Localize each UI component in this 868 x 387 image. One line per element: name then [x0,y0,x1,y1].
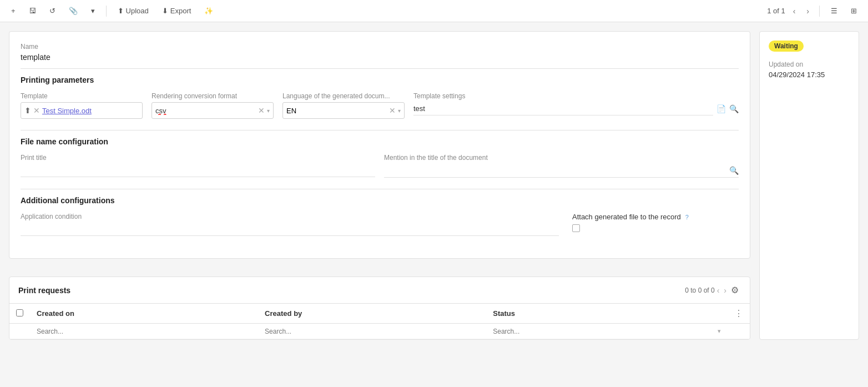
additional-config-section: Additional configurations Application co… [21,196,739,236]
print-title-label: Print title [21,154,375,162]
detail-view-button[interactable]: ⊞ [846,4,861,17]
th-created-on: Created on [30,304,258,324]
settings-search-icon[interactable]: 🔍 [729,104,739,113]
search-created-by-input[interactable] [265,328,480,335]
name-label: Name [21,43,739,51]
search-status-input[interactable] [493,328,715,335]
td-search-check [9,324,30,339]
add-icon: + [11,7,16,15]
pr-settings-button[interactable]: ⚙ [729,284,741,296]
template-settings-input[interactable] [413,102,713,115]
pagination-info: 1 of 1 [767,7,785,15]
export-icon: ⬇ [162,7,168,15]
attach-field: Attach generated file to the record ? [572,213,739,234]
render-format-input-wrap: ✕ ▾ [152,102,274,119]
search-created-on-input[interactable] [37,328,251,335]
mention-label: Mention in the title of the document [384,154,739,162]
settings-file-icon[interactable]: 📄 [716,104,726,113]
template-clear-icon[interactable]: ✕ [33,107,40,114]
column-options-button[interactable]: ⋮ [734,308,743,319]
upload-button[interactable]: ⬆ Upload [113,4,153,17]
pr-prev-button[interactable]: ‹ [715,285,722,296]
status-dropdown-icon[interactable]: ▾ [718,328,721,335]
attach-row: Attach generated file to the record ? [572,213,739,221]
print-title-input[interactable] [21,164,375,177]
name-value: template [21,53,739,62]
form-panel: Name template Printing parameters Templa… [9,31,750,259]
toolbar-separator [106,6,107,17]
divider-2 [21,130,739,130]
list-icon: ☰ [831,7,837,15]
refresh-icon: ↺ [49,7,55,15]
language-field: Language of the generated docum... ✕ ▾ [282,92,405,119]
export-button[interactable]: ⬇ Export [158,4,196,17]
more-button[interactable]: ▾ [87,4,99,17]
add-button[interactable]: + [7,4,20,17]
th-status: Status [486,304,728,324]
chevron-down-icon: ▾ [91,7,95,15]
right-panel: Waiting Updated on 04/29/2024 17:35 [759,31,859,340]
prev-record-button[interactable]: ‹ [790,6,799,17]
updated-label: Updated on [769,61,850,68]
printing-params-title: Printing parameters [21,76,739,84]
file-name-inputs: Print title Mention in the title of the … [21,154,739,178]
print-requests-section: Print requests 0 to 0 of 0 ‹ › ⚙ Created… [9,277,750,340]
attach-label: Attach generated file to the record [572,213,681,221]
status-badge: Waiting [769,41,804,52]
file-name-config-section: File name configuration Print title Ment… [21,137,739,178]
status-search-wrap: ▾ [493,328,721,335]
save-button[interactable]: 🖫 [24,4,41,17]
pr-next-button[interactable]: › [721,285,729,296]
td-search-options [728,324,750,339]
mention-search-icon[interactable]: 🔍 [729,166,739,175]
template-upload-icon[interactable]: ⬆ [24,106,31,115]
language-input-wrap: ✕ ▾ [282,102,405,119]
language-input[interactable] [286,107,387,115]
file-name-config-title: File name configuration [21,137,739,146]
template-settings-field: Template settings 📄 🔍 [413,92,739,115]
name-section: Name template [21,43,739,62]
divider-1 [21,68,739,69]
printing-params-row: Template ⬆ ✕ Test Simple.odt Rendering c… [21,92,739,119]
magic-button[interactable]: ✨ [200,4,218,17]
mention-field: Mention in the title of the document 🔍 [384,154,739,178]
th-checkbox [9,304,30,324]
render-format-input[interactable] [155,107,256,115]
print-requests-title: Print requests [18,286,70,295]
pr-pagination-info: 0 to 0 of 0 [685,287,714,294]
template-file-link[interactable]: Test Simple.odt [42,107,92,115]
table-search-row: ▾ [9,324,750,339]
render-format-label: Rendering conversion format [152,92,274,100]
render-format-dropdown-icon[interactable]: ▾ [267,108,270,114]
template-field: Template ⬆ ✕ Test Simple.odt [21,92,143,119]
toolbar-separator-2 [819,6,820,17]
render-format-clear-icon[interactable]: ✕ [258,107,265,114]
th-options: ⋮ [728,304,750,324]
next-record-button[interactable]: › [803,6,813,17]
print-title-field: Print title [21,154,375,178]
template-settings-label: Template settings [413,92,739,100]
app-condition-label: Application condition [21,213,559,220]
attach-button[interactable]: 📎 [64,4,82,17]
table-header-row: Created on Created by Status ⋮ [9,304,750,324]
template-label: Template [21,92,143,100]
mention-input[interactable] [384,167,729,175]
select-all-checkbox[interactable] [16,309,23,316]
list-view-button[interactable]: ☰ [826,4,842,17]
render-format-field: Rendering conversion format ✕ ▾ [152,92,274,119]
toolbar: + 🖫 ↺ 📎 ▾ ⬆ Upload ⬇ Export ✨ 1 of 1 ‹ ›… [0,0,868,22]
detail-icon: ⊞ [851,7,857,15]
refresh-button[interactable]: ↺ [45,4,60,17]
printing-params-section: Printing parameters Template ⬆ ✕ Test Si… [21,76,739,119]
help-icon[interactable]: ? [685,214,689,220]
td-search-status: ▾ [486,324,728,339]
th-created-by: Created by [258,304,486,324]
print-requests-table: Created on Created by Status ⋮ [9,304,750,339]
divider-3 [21,189,739,189]
language-dropdown-icon[interactable]: ▾ [398,108,401,114]
td-search-created-by [258,324,486,339]
attach-checkbox[interactable] [572,224,580,232]
app-condition-input[interactable] [21,223,559,236]
language-clear-icon[interactable]: ✕ [389,107,396,114]
paperclip-icon: 📎 [69,7,78,15]
